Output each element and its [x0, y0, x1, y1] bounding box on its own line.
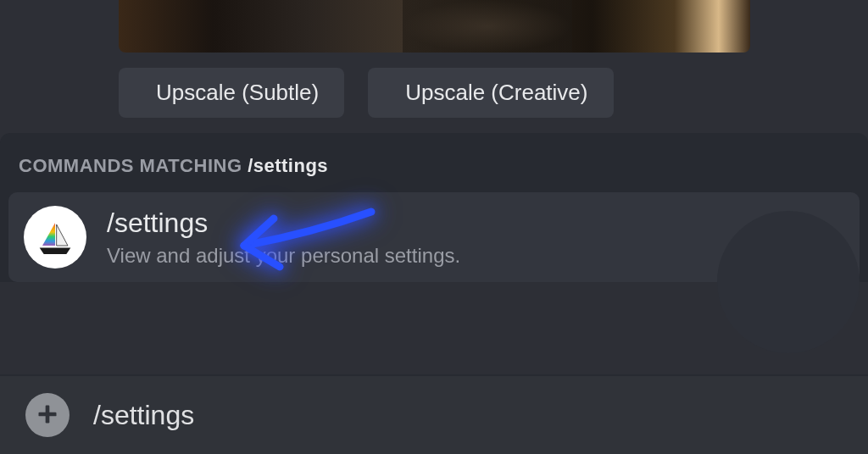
command-description: View and adjust your personal settings. — [107, 244, 460, 268]
command-autocomplete-panel: COMMANDS MATCHING /settings — [0, 133, 868, 282]
command-suggestion-settings[interactable]: /settings View and adjust your personal … — [8, 192, 860, 282]
commands-matching-header: COMMANDS MATCHING /settings — [0, 143, 868, 192]
message-input-bar: /settings — [0, 374, 868, 454]
sailboat-icon — [34, 216, 76, 258]
plus-icon — [36, 402, 59, 429]
header-query: /settings — [248, 155, 328, 176]
button-label: Upscale (Creative) — [405, 80, 587, 106]
generated-image-preview — [119, 0, 750, 53]
upscale-subtle-button[interactable]: Upscale (Subtle) — [119, 68, 344, 118]
header-prefix: COMMANDS MATCHING — [19, 155, 248, 176]
message-input[interactable]: /settings — [93, 400, 194, 431]
source-app-avatar — [717, 211, 860, 353]
midjourney-bot-avatar — [24, 206, 86, 269]
action-buttons-row: Upscale (Subtle) Upscale (Creative) — [119, 68, 868, 118]
svg-rect-1 — [39, 412, 57, 416]
button-label: Upscale (Subtle) — [156, 80, 319, 106]
command-name: /settings — [107, 208, 460, 239]
add-attachment-button[interactable] — [25, 393, 70, 437]
upscale-creative-button[interactable]: Upscale (Creative) — [368, 68, 613, 118]
